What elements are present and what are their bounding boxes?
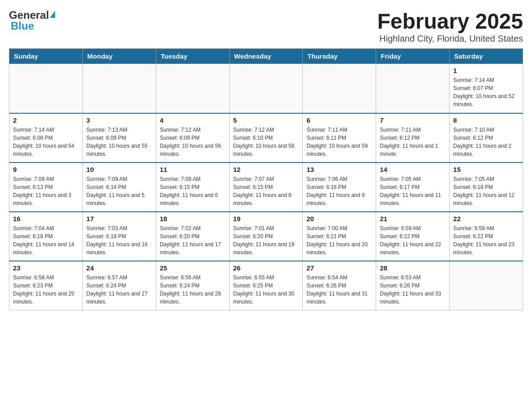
day-info: Sunrise: 7:05 AMSunset: 6:17 PMDaylight:…	[380, 175, 446, 207]
calendar-cell: 12Sunrise: 7:07 AMSunset: 6:15 PMDayligh…	[229, 163, 303, 212]
calendar-cell: 26Sunrise: 6:55 AMSunset: 6:25 PMDayligh…	[229, 261, 303, 310]
header-saturday: Saturday	[450, 49, 523, 64]
calendar-cell: 16Sunrise: 7:04 AMSunset: 6:18 PMDayligh…	[9, 212, 83, 261]
title-section: February 2025 Highland City, Florida, Un…	[377, 9, 523, 44]
header-monday: Monday	[82, 49, 156, 64]
day-info: Sunrise: 7:12 AMSunset: 6:09 PMDaylight:…	[160, 126, 226, 158]
calendar-cell	[376, 64, 450, 113]
calendar-cell: 20Sunrise: 7:00 AMSunset: 6:21 PMDayligh…	[303, 212, 376, 261]
day-info: Sunrise: 7:11 AMSunset: 6:11 PMDaylight:…	[306, 126, 372, 158]
calendar-cell: 21Sunrise: 6:59 AMSunset: 6:22 PMDayligh…	[376, 212, 450, 261]
day-number: 20	[306, 215, 372, 223]
calendar-header-row: Sunday Monday Tuesday Wednesday Thursday…	[9, 49, 523, 64]
day-number: 10	[86, 166, 152, 173]
calendar-cell: 1Sunrise: 7:14 AMSunset: 6:07 PMDaylight…	[450, 64, 523, 113]
day-info: Sunrise: 6:59 AMSunset: 6:22 PMDaylight:…	[453, 224, 519, 257]
day-info: Sunrise: 7:08 AMSunset: 6:15 PMDaylight:…	[160, 175, 226, 207]
day-info: Sunrise: 6:56 AMSunset: 6:24 PMDaylight:…	[160, 274, 226, 306]
day-number: 18	[160, 215, 226, 223]
calendar-cell: 3Sunrise: 7:13 AMSunset: 6:09 PMDaylight…	[82, 113, 156, 163]
calendar-week-row: 16Sunrise: 7:04 AMSunset: 6:18 PMDayligh…	[9, 212, 523, 261]
day-number: 21	[380, 215, 446, 223]
day-info: Sunrise: 7:12 AMSunset: 6:10 PMDaylight:…	[233, 126, 299, 158]
day-number: 24	[86, 264, 152, 272]
logo-blue-text: Blue	[11, 20, 34, 32]
day-number: 3	[86, 116, 152, 124]
day-info: Sunrise: 7:02 AMSunset: 6:20 PMDaylight:…	[160, 224, 226, 257]
day-number: 4	[160, 116, 226, 124]
calendar-cell: 15Sunrise: 7:05 AMSunset: 6:18 PMDayligh…	[450, 163, 523, 212]
calendar-cell: 18Sunrise: 7:02 AMSunset: 6:20 PMDayligh…	[156, 212, 229, 261]
day-number: 28	[380, 264, 446, 272]
calendar-cell: 4Sunrise: 7:12 AMSunset: 6:09 PMDaylight…	[156, 113, 229, 163]
day-info: Sunrise: 7:14 AMSunset: 6:08 PMDaylight:…	[13, 126, 79, 158]
page-header: General Blue February 2025 Highland City…	[9, 9, 523, 44]
calendar-cell: 24Sunrise: 6:57 AMSunset: 6:24 PMDayligh…	[82, 261, 156, 310]
day-info: Sunrise: 6:54 AMSunset: 6:26 PMDaylight:…	[306, 274, 372, 306]
day-info: Sunrise: 7:00 AMSunset: 6:21 PMDaylight:…	[306, 224, 372, 257]
logo: General Blue	[9, 9, 55, 32]
calendar-cell	[156, 64, 229, 113]
day-info: Sunrise: 6:55 AMSunset: 6:25 PMDaylight:…	[233, 274, 299, 306]
day-number: 11	[160, 166, 226, 173]
day-info: Sunrise: 7:14 AMSunset: 6:07 PMDaylight:…	[453, 76, 519, 108]
day-info: Sunrise: 7:11 AMSunset: 6:12 PMDaylight:…	[380, 126, 446, 158]
header-thursday: Thursday	[303, 49, 376, 64]
calendar-cell: 8Sunrise: 7:10 AMSunset: 6:12 PMDaylight…	[450, 113, 523, 163]
day-number: 5	[233, 116, 299, 124]
day-number: 9	[13, 166, 79, 173]
header-wednesday: Wednesday	[229, 49, 303, 64]
calendar-cell: 28Sunrise: 6:53 AMSunset: 6:26 PMDayligh…	[376, 261, 450, 310]
calendar-cell	[303, 64, 376, 113]
calendar-cell: 7Sunrise: 7:11 AMSunset: 6:12 PMDaylight…	[376, 113, 450, 163]
calendar-cell: 14Sunrise: 7:05 AMSunset: 6:17 PMDayligh…	[376, 163, 450, 212]
day-number: 2	[13, 116, 79, 124]
day-info: Sunrise: 6:59 AMSunset: 6:22 PMDaylight:…	[380, 224, 446, 257]
day-info: Sunrise: 7:03 AMSunset: 6:19 PMDaylight:…	[86, 224, 152, 257]
calendar-cell: 11Sunrise: 7:08 AMSunset: 6:15 PMDayligh…	[156, 163, 229, 212]
calendar-cell: 9Sunrise: 7:09 AMSunset: 6:13 PMDaylight…	[9, 163, 83, 212]
calendar-cell: 5Sunrise: 7:12 AMSunset: 6:10 PMDaylight…	[229, 113, 303, 163]
header-friday: Friday	[376, 49, 450, 64]
calendar-cell	[82, 64, 156, 113]
calendar-cell: 13Sunrise: 7:06 AMSunset: 6:16 PMDayligh…	[303, 163, 376, 212]
calendar-week-row: 1Sunrise: 7:14 AMSunset: 6:07 PMDaylight…	[9, 64, 523, 113]
header-sunday: Sunday	[9, 49, 83, 64]
header-tuesday: Tuesday	[156, 49, 229, 64]
day-number: 19	[233, 215, 299, 223]
day-info: Sunrise: 6:57 AMSunset: 6:24 PMDaylight:…	[86, 274, 152, 306]
day-number: 8	[453, 116, 519, 124]
day-info: Sunrise: 6:53 AMSunset: 6:26 PMDaylight:…	[380, 274, 446, 306]
day-number: 25	[160, 264, 226, 272]
day-number: 23	[13, 264, 79, 272]
day-number: 15	[453, 166, 519, 173]
calendar-cell	[229, 64, 303, 113]
calendar-week-row: 23Sunrise: 6:58 AMSunset: 6:23 PMDayligh…	[9, 261, 523, 310]
calendar-cell: 23Sunrise: 6:58 AMSunset: 6:23 PMDayligh…	[9, 261, 83, 310]
calendar-cell: 25Sunrise: 6:56 AMSunset: 6:24 PMDayligh…	[156, 261, 229, 310]
day-number: 1	[453, 67, 519, 74]
day-number: 22	[453, 215, 519, 223]
calendar-title: February 2025	[377, 9, 523, 34]
calendar-cell: 27Sunrise: 6:54 AMSunset: 6:26 PMDayligh…	[303, 261, 376, 310]
calendar-cell: 10Sunrise: 7:09 AMSunset: 6:14 PMDayligh…	[82, 163, 156, 212]
day-number: 6	[306, 116, 372, 124]
calendar-week-row: 2Sunrise: 7:14 AMSunset: 6:08 PMDaylight…	[9, 113, 523, 163]
calendar-subtitle: Highland City, Florida, United States	[377, 34, 523, 44]
day-info: Sunrise: 7:04 AMSunset: 6:18 PMDaylight:…	[13, 224, 79, 257]
calendar-table: Sunday Monday Tuesday Wednesday Thursday…	[9, 48, 523, 310]
calendar-cell: 19Sunrise: 7:01 AMSunset: 6:20 PMDayligh…	[229, 212, 303, 261]
day-info: Sunrise: 7:06 AMSunset: 6:16 PMDaylight:…	[306, 175, 372, 207]
calendar-cell: 22Sunrise: 6:59 AMSunset: 6:22 PMDayligh…	[450, 212, 523, 261]
calendar-week-row: 9Sunrise: 7:09 AMSunset: 6:13 PMDaylight…	[9, 163, 523, 212]
day-info: Sunrise: 7:13 AMSunset: 6:09 PMDaylight:…	[86, 126, 152, 158]
day-info: Sunrise: 7:07 AMSunset: 6:15 PMDaylight:…	[233, 175, 299, 207]
day-number: 27	[306, 264, 372, 272]
day-info: Sunrise: 7:01 AMSunset: 6:20 PMDaylight:…	[233, 224, 299, 257]
day-number: 13	[306, 166, 372, 173]
calendar-cell: 2Sunrise: 7:14 AMSunset: 6:08 PMDaylight…	[9, 113, 83, 163]
calendar-cell	[9, 64, 83, 113]
logo-triangle-icon	[50, 11, 55, 18]
day-number: 7	[380, 116, 446, 124]
calendar-cell	[450, 261, 523, 310]
